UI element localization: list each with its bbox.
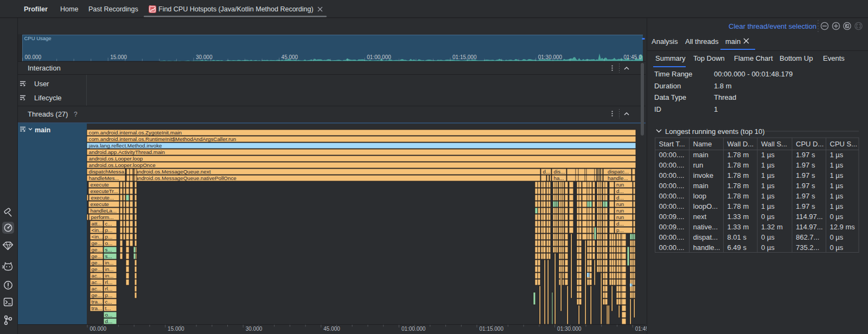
svg-text:1.97 s: 1.97 s [796,202,815,210]
svg-text:1 µs: 1 µs [830,182,844,190]
svg-text:1.78 m: 1.78 m [727,182,749,190]
svg-text:1.97 s: 1.97 s [796,182,815,190]
svg-text:Wall S...: Wall S... [761,140,787,148]
svg-text:00:00....: 00:00.... [659,182,685,190]
svg-text:1.97 s: 1.97 s [796,171,815,179]
svg-text:main: main [693,182,709,190]
svg-text:0 µs: 0 µs [761,233,775,241]
svg-text:114.97...: 114.97... [796,223,823,231]
svg-text:1.33 m: 1.33 m [727,213,749,221]
svg-text:Wall D...: Wall D... [727,140,754,148]
svg-text:Name: Name [693,140,712,148]
svg-text:next: next [693,213,707,221]
svg-text:735.2...: 735.2... [796,243,819,252]
svg-text:1 µs: 1 µs [830,192,844,200]
svg-text:00:09....: 00:09.... [659,223,685,231]
svg-text:114.97...: 114.97... [796,213,823,221]
svg-text:run: run [693,161,704,169]
svg-text:Start T...: Start T... [659,140,685,148]
svg-text:invoke: invoke [693,171,714,179]
svg-text:1.97 s: 1.97 s [796,192,815,200]
svg-text:6.49 s: 6.49 s [727,243,747,252]
svg-text:dispat...: dispat... [693,233,718,241]
svg-text:handle...: handle... [693,243,720,252]
svg-text:loopO...: loopO... [693,202,718,210]
svg-text:0 µs: 0 µs [830,213,844,221]
svg-text:1.78 m: 1.78 m [727,192,749,200]
svg-text:00:00....: 00:00.... [659,202,685,210]
svg-text:1 µs: 1 µs [830,171,844,179]
svg-text:00:00....: 00:00.... [659,233,685,241]
svg-text:1 µs: 1 µs [830,161,844,169]
svg-text:1.78 m: 1.78 m [727,202,749,210]
svg-text:1 µs: 1 µs [761,192,775,200]
svg-text:00:00....: 00:00.... [659,161,685,169]
svg-text:12.9 ms: 12.9 ms [830,223,856,231]
svg-text:00:00....: 00:00.... [659,151,685,159]
svg-text:1 µs: 1 µs [761,151,775,159]
svg-text:1 µs: 1 µs [761,182,775,190]
svg-text:1 µs: 1 µs [830,202,844,210]
svg-text:1.78 m: 1.78 m [727,161,749,169]
svg-text:main: main [693,151,709,159]
svg-text:0 µs: 0 µs [761,213,775,221]
svg-text:00:00....: 00:00.... [659,243,685,252]
svg-text:1.97 s: 1.97 s [796,151,815,159]
svg-text:00:00....: 00:00.... [659,171,685,179]
svg-text:1 µs: 1 µs [761,161,775,169]
svg-text:0 µs: 0 µs [830,243,844,252]
svg-text:862.7...: 862.7... [796,233,819,241]
svg-text:8.01 s: 8.01 s [727,233,747,241]
svg-text:00:00....: 00:00.... [659,192,685,200]
svg-text:1.33 m: 1.33 m [727,223,749,231]
svg-text:native...: native... [693,223,718,231]
svg-text:1.97 s: 1.97 s [796,161,815,169]
svg-text:1 µs: 1 µs [761,171,775,179]
svg-text:loop: loop [693,192,707,200]
svg-text:00:09....: 00:09.... [659,213,685,221]
svg-text:1.78 m: 1.78 m [727,151,749,159]
svg-text:0 µs: 0 µs [830,233,844,241]
svg-text:0 µs: 0 µs [761,243,775,252]
svg-text:1 µs: 1 µs [761,202,775,210]
svg-text:Longest running events (top 10: Longest running events (top 10) [665,127,765,136]
svg-text:1 µs: 1 µs [830,151,844,159]
svg-text:1.32 m: 1.32 m [761,223,783,231]
svg-text:CPU S...: CPU S... [830,140,858,148]
svg-text:1.78 m: 1.78 m [727,171,749,179]
svg-text:CPU D...: CPU D... [796,140,824,148]
